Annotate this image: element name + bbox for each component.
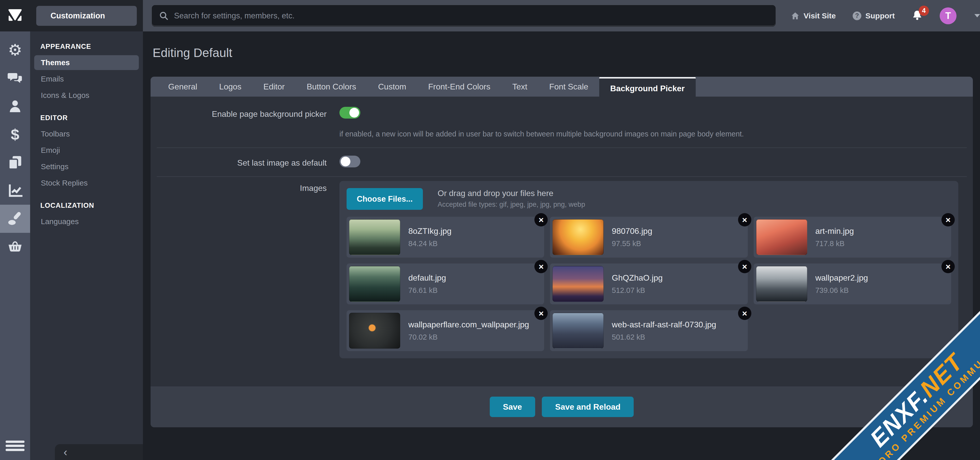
remove-image-button[interactable]: × xyxy=(942,213,955,227)
close-icon: × xyxy=(742,262,747,271)
file-size: 70.02 kB xyxy=(408,333,529,342)
tab-text[interactable]: Text xyxy=(501,77,538,97)
remove-image-button[interactable]: × xyxy=(535,260,548,273)
image-card: wallpaperflare.com_wallpaper.jpg 70.02 k… xyxy=(347,310,544,351)
section-title: APPEARANCE xyxy=(30,43,143,51)
file-name: web-ast-ralf-ast-ralf-0730.jpg xyxy=(612,320,716,329)
gears-icon: ⚙ xyxy=(8,42,22,58)
search-input[interactable] xyxy=(174,11,768,21)
sidebar-item-emails[interactable]: Emails xyxy=(34,72,139,86)
file-name: 8oZTIkg.jpg xyxy=(408,227,452,236)
close-icon: × xyxy=(742,216,747,224)
file-size: 76.61 kB xyxy=(408,286,446,295)
image-thumbnail xyxy=(756,219,807,255)
image-card: default.jpg 76.61 kB × xyxy=(347,264,544,304)
image-upload-panel: Choose Files... Or drag and drop your fi… xyxy=(339,181,958,358)
image-card: GhQZhaO.jpg 512.07 kB × xyxy=(550,264,748,304)
file-name: wallpaperflare.com_wallpaper.jpg xyxy=(408,320,529,329)
tab-custom[interactable]: Custom xyxy=(367,77,417,97)
notifications-button[interactable]: 4 xyxy=(912,10,923,22)
field-label: Enable page background picker xyxy=(157,107,327,138)
form-footer: Save Save and Reload xyxy=(151,387,973,427)
theme-editor-card: General Logos Editor Button Colors Custo… xyxy=(151,77,973,427)
rail-item-forums[interactable] xyxy=(0,64,30,92)
sidebar-item-languages[interactable]: Languages xyxy=(34,214,139,229)
visit-site-label: Visit Site xyxy=(803,11,836,20)
rail-item-store[interactable] xyxy=(0,233,30,261)
search-icon xyxy=(159,11,169,21)
image-thumbnail xyxy=(349,219,400,255)
chart-line-icon xyxy=(8,183,22,198)
search-bar[interactable] xyxy=(152,5,776,27)
rail-item-stats[interactable] xyxy=(0,177,30,205)
field-label: Images xyxy=(157,181,327,358)
save-and-reload-button[interactable]: Save and Reload xyxy=(542,397,634,417)
sidebar-header: Customization xyxy=(30,0,143,32)
remove-image-button[interactable]: × xyxy=(942,260,955,273)
drag-drop-text: Or drag and drop your files here xyxy=(438,188,585,198)
file-name: wallpaper2.jpg xyxy=(815,273,868,283)
tab-strip: General Logos Editor Button Colors Custo… xyxy=(151,77,973,97)
close-icon: × xyxy=(945,216,951,224)
sidebar-item-icons-logos[interactable]: Icons & Logos xyxy=(34,88,139,103)
admin-app: ⚙ $ Customization xyxy=(0,0,980,460)
support-link[interactable]: ? Support xyxy=(853,11,895,20)
tab-general[interactable]: General xyxy=(157,77,208,97)
visit-site-link[interactable]: Visit Site xyxy=(791,11,836,20)
remove-image-button[interactable]: × xyxy=(738,213,751,227)
field-explain: if enabled, a new icon will be added in … xyxy=(339,130,966,138)
image-thumbnail xyxy=(349,266,400,302)
notification-badge: 4 xyxy=(919,6,929,16)
rail-item-payments[interactable]: $ xyxy=(0,120,30,149)
copy-icon xyxy=(8,155,22,170)
close-icon: × xyxy=(538,216,544,224)
sidebar-item-themes[interactable]: Themes xyxy=(34,55,139,70)
sidebar-item-emoji[interactable]: Emoji xyxy=(34,143,139,158)
sidebar-title[interactable]: Customization xyxy=(36,6,137,26)
close-icon: × xyxy=(742,309,747,318)
remove-image-button[interactable]: × xyxy=(738,260,751,273)
file-name: default.jpg xyxy=(408,273,446,283)
choose-files-button[interactable]: Choose Files... xyxy=(347,188,423,210)
remove-image-button[interactable]: × xyxy=(738,307,751,320)
rail-item-users[interactable] xyxy=(0,92,30,120)
tab-background-picker[interactable]: Background Picker xyxy=(599,77,696,99)
home-icon xyxy=(791,11,800,20)
sidebar-item-stock-replies[interactable]: Stock Replies xyxy=(34,176,139,190)
remove-image-button[interactable]: × xyxy=(535,213,548,227)
toggle-knob xyxy=(341,157,350,166)
file-name: art-min.jpg xyxy=(815,227,854,236)
enable-picker-toggle[interactable] xyxy=(339,107,360,118)
image-card: 8oZTIkg.jpg 84.24 kB × xyxy=(347,217,544,257)
topbar: Visit Site ? Support 4 T xyxy=(143,0,980,32)
avatar[interactable]: T xyxy=(940,7,956,24)
save-button[interactable]: Save xyxy=(490,397,535,417)
rail-item-appearance[interactable] xyxy=(0,205,30,233)
hamburger-menu-icon[interactable] xyxy=(6,439,24,453)
app-logo[interactable] xyxy=(0,0,30,32)
remove-image-button[interactable]: × xyxy=(535,307,548,320)
section-title: LOCALIZATION xyxy=(30,202,143,209)
tab-logos[interactable]: Logos xyxy=(208,77,252,97)
tab-front-end-colors[interactable]: Front-End Colors xyxy=(417,77,501,97)
rail-item-content[interactable] xyxy=(0,149,30,177)
sidebar-item-toolbars[interactable]: Toolbars xyxy=(34,126,139,141)
tab-editor[interactable]: Editor xyxy=(252,77,296,97)
image-thumbnail xyxy=(349,313,400,348)
sidebar-item-settings[interactable]: Settings xyxy=(34,159,139,174)
icon-rail: ⚙ $ xyxy=(0,0,30,460)
set-last-default-toggle[interactable] xyxy=(339,156,360,168)
image-thumbnail xyxy=(552,313,604,348)
close-icon: × xyxy=(538,262,544,271)
rail-item-settings[interactable]: ⚙ xyxy=(0,36,30,64)
file-size: 97.55 kB xyxy=(612,240,652,248)
logo-icon xyxy=(6,6,24,25)
tab-font-scale[interactable]: Font Scale xyxy=(538,77,599,97)
tab-button-colors[interactable]: Button Colors xyxy=(296,77,367,97)
support-label: Support xyxy=(865,11,895,20)
chevron-down-icon[interactable] xyxy=(974,14,980,18)
form-row-set-last-default: Set last image as default xyxy=(151,148,973,176)
close-icon: × xyxy=(538,309,544,318)
sidebar-collapse-button[interactable]: ‹ xyxy=(55,444,143,460)
file-name: 980706.jpg xyxy=(612,227,652,236)
